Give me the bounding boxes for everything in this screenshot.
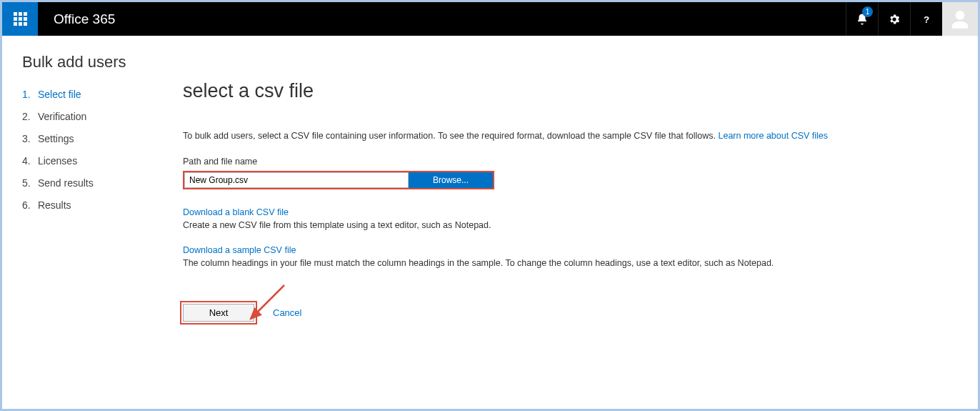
- step-label: Send results: [38, 177, 94, 189]
- step-results[interactable]: 6. Results: [22, 199, 183, 211]
- person-icon: [948, 7, 972, 31]
- step-number: 4.: [22, 155, 35, 167]
- browse-button[interactable]: Browse...: [409, 172, 493, 188]
- step-number: 6.: [22, 199, 35, 211]
- file-picker-row: Browse...: [183, 171, 494, 189]
- blank-csv-block: Download a blank CSV file Create a new C…: [183, 207, 958, 230]
- instructions: To bulk add users, select a CSV file con…: [183, 131, 958, 141]
- page-title: Bulk add users: [22, 53, 183, 71]
- sample-csv-hint: The column headings in your file must ma…: [183, 258, 774, 268]
- download-sample-csv-link[interactable]: Download a sample CSV file: [183, 245, 296, 255]
- step-licenses[interactable]: 4. Licenses: [22, 155, 183, 167]
- step-label: Settings: [38, 133, 74, 144]
- download-blank-csv-link[interactable]: Download a blank CSV file: [183, 207, 289, 217]
- cancel-link[interactable]: Cancel: [273, 307, 301, 318]
- step-number: 3.: [22, 133, 35, 144]
- content-wrapper: Bulk add users 1. Select file 2. Verific…: [2, 36, 978, 322]
- help-icon: ?: [920, 13, 933, 26]
- step-number: 2.: [22, 111, 35, 122]
- sample-csv-block: Download a sample CSV file The column he…: [183, 244, 958, 268]
- blank-csv-hint: Create a new CSV file from this template…: [183, 220, 491, 230]
- step-label: Select file: [38, 89, 81, 100]
- svg-point-1: [956, 10, 965, 19]
- file-field-label: Path and file name: [183, 157, 958, 167]
- notifications-button[interactable]: 1: [846, 2, 878, 36]
- main-panel: select a csv file To bulk add users, sel…: [183, 53, 958, 322]
- gear-icon: [888, 13, 901, 26]
- help-button[interactable]: ?: [910, 2, 942, 36]
- user-avatar-button[interactable]: [942, 2, 978, 36]
- step-verification[interactable]: 2. Verification: [22, 111, 183, 122]
- wizard-steps: 1. Select file 2. Verification 3. Settin…: [22, 89, 183, 211]
- step-number: 5.: [22, 177, 35, 189]
- step-label: Licenses: [38, 155, 77, 167]
- app-launcher-button[interactable]: [2, 2, 38, 36]
- next-button[interactable]: Next: [183, 304, 254, 322]
- step-send-results[interactable]: 5. Send results: [22, 177, 183, 189]
- step-settings[interactable]: 3. Settings: [22, 133, 183, 144]
- brand-title: Office 365: [38, 2, 846, 36]
- file-path-input[interactable]: [184, 172, 409, 188]
- top-icon-group: 1 ?: [846, 2, 942, 36]
- step-label: Verification: [38, 111, 86, 122]
- waffle-icon: [14, 12, 27, 26]
- step-number: 1.: [22, 89, 35, 100]
- svg-text:?: ?: [924, 14, 929, 24]
- notification-badge: 1: [862, 6, 873, 17]
- step-label: Results: [38, 199, 71, 211]
- top-bar: Office 365 1 ?: [2, 2, 978, 36]
- learn-more-link[interactable]: Learn more about CSV files: [718, 131, 828, 141]
- action-row: Next Cancel: [183, 304, 958, 322]
- instructions-text: To bulk add users, select a CSV file con…: [183, 131, 718, 141]
- main-heading: select a csv file: [183, 80, 958, 102]
- wizard-sidebar: Bulk add users 1. Select file 2. Verific…: [22, 53, 183, 322]
- step-select-file[interactable]: 1. Select file: [22, 89, 183, 100]
- settings-button[interactable]: [878, 2, 910, 36]
